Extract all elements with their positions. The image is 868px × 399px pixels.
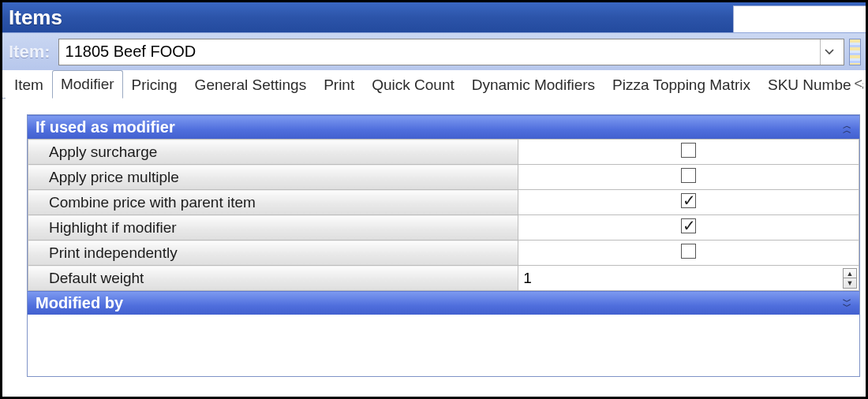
app-frame: Items Item: 11805 Beef FOOD ItemModifier… <box>0 0 868 399</box>
section-header-modifier[interactable]: If used as modifier ︿︿ <box>28 115 859 139</box>
property-row: Print independently <box>28 241 859 266</box>
property-value-cell <box>518 165 859 190</box>
section-title: If used as modifier <box>36 118 175 136</box>
tab-quick-count[interactable]: Quick Count <box>363 71 463 99</box>
property-value-cell <box>518 140 859 165</box>
item-selector-row: Item: 11805 Beef FOOD <box>2 32 866 70</box>
checkbox[interactable] <box>681 218 696 233</box>
property-panel: If used as modifier ︿︿ Apply surchargeAp… <box>27 114 860 377</box>
section-header-modified-by[interactable]: Modified by ﹀﹀ <box>28 291 859 315</box>
collapse-up-icon: ︿︿ <box>843 123 851 132</box>
modified-by-placeholder <box>28 315 859 376</box>
section-title: Modified by <box>36 294 123 312</box>
checkbox[interactable] <box>681 168 696 183</box>
number-value[interactable]: 1 <box>523 270 532 286</box>
property-label: Print independently <box>28 241 518 266</box>
item-combobox[interactable]: 11805 Beef FOOD <box>58 39 844 65</box>
checkbox[interactable] <box>681 244 696 259</box>
item-label: Item: <box>9 42 51 62</box>
item-edit-button[interactable] <box>849 39 861 65</box>
tab-print[interactable]: Print <box>315 71 363 99</box>
tab-scroll-left-icon[interactable]: < <box>851 70 862 98</box>
checkbox[interactable] <box>681 143 696 158</box>
spinner-up-icon[interactable]: ▲ <box>844 269 856 278</box>
property-row: Highlight if modifier <box>28 215 859 241</box>
content-area: If used as modifier ︿︿ Apply surchargeAp… <box>5 102 863 394</box>
property-label: Apply surcharge <box>28 140 518 165</box>
expand-down-icon: ﹀﹀ <box>843 299 851 308</box>
title-search-input[interactable] <box>733 6 866 32</box>
property-value-cell: 1▲▼ <box>518 266 859 291</box>
item-selected-text: 11805 Beef FOOD <box>65 43 196 61</box>
spinner[interactable]: ▲▼ <box>843 268 857 289</box>
tab-modifier[interactable]: Modifier <box>52 70 123 99</box>
property-row: Apply price multiple <box>28 165 859 190</box>
property-label: Apply price multiple <box>28 165 518 190</box>
tab-general-settings[interactable]: General Settings <box>186 71 316 99</box>
title-bar: Items <box>2 2 866 32</box>
tab-dynamic-modifiers[interactable]: Dynamic Modifiers <box>463 71 604 99</box>
tab-item[interactable]: Item <box>6 71 52 99</box>
property-row: Combine price with parent item <box>28 190 859 215</box>
tab-pizza-topping-matrix[interactable]: Pizza Topping Matrix <box>604 71 759 99</box>
property-value-cell <box>518 241 859 266</box>
chevron-down-icon <box>820 39 837 65</box>
property-label: Highlight if modifier <box>28 215 518 241</box>
tab-strip: ItemModifierPricingGeneral SettingsPrint… <box>2 70 866 99</box>
property-row: Apply surcharge <box>28 140 859 165</box>
property-label: Default weight <box>28 266 518 291</box>
property-value-cell <box>518 215 859 241</box>
spinner-down-icon[interactable]: ▼ <box>844 278 856 288</box>
property-label: Combine price with parent item <box>28 190 518 215</box>
window-title: Items <box>9 6 62 30</box>
property-row: Default weight1▲▼ <box>28 266 859 291</box>
property-value-cell <box>518 190 859 215</box>
modifier-properties-table: Apply surchargeApply price multipleCombi… <box>28 139 859 291</box>
tab-pricing[interactable]: Pricing <box>123 71 186 99</box>
checkbox[interactable] <box>681 193 696 208</box>
